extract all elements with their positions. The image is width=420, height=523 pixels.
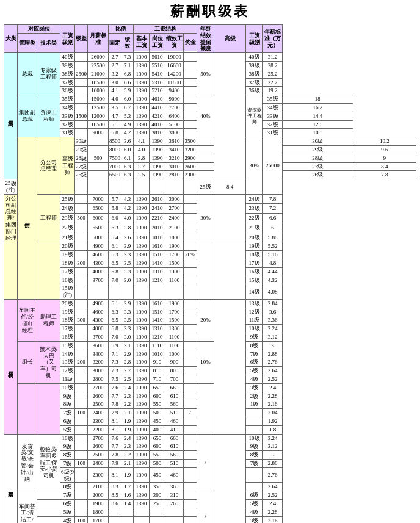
wagelv2-cell: 5级 <box>246 500 263 508</box>
perf-cell: 3.1 <box>121 341 134 350</box>
fixed-cell: 6.5 <box>109 259 121 267</box>
annual-cell: 2.76 <box>263 358 283 367</box>
bonus-cell <box>197 137 214 146</box>
post-cell: 3610 <box>165 137 184 146</box>
monthly-cell <box>88 179 109 195</box>
perf-cell: 3.7 <box>134 162 150 171</box>
post-cell: 2010 <box>150 223 165 233</box>
diff-cell <box>75 483 88 491</box>
base-cell: 1390 <box>134 259 150 267</box>
wage-level-cell: 12级 <box>60 367 75 375</box>
wagelv2-cell: 20级 <box>246 233 263 242</box>
fixed-cell: 4.7 <box>109 112 121 120</box>
wagelv2-cell: 29级 <box>283 145 353 154</box>
base-cell: 1390 <box>134 267 150 276</box>
wage-level-cell: 26级 <box>75 171 88 179</box>
wage-level-cell: 10级 <box>60 434 75 442</box>
wagelv2-cell: 10级 <box>246 325 263 333</box>
bonus-cell <box>184 383 197 392</box>
bonus-cell <box>184 214 197 223</box>
bonus-cell <box>184 242 197 251</box>
col-position: 对应岗位 <box>18 25 60 34</box>
monthly-cell: 2600 <box>88 442 109 451</box>
diff-cell <box>75 103 88 112</box>
wage-level-cell: 8级 <box>60 400 75 409</box>
perf-cell: 4.3 <box>121 194 134 204</box>
wage-level-cell: 7级 <box>60 460 75 468</box>
perf-cell: 2.7 <box>121 367 134 375</box>
perfwage-cell: 7700 <box>165 103 184 112</box>
bonus-cell <box>184 508 197 516</box>
fixed-cell: 3.5 <box>109 103 121 112</box>
post-cell: 1510 <box>150 251 165 259</box>
base-cell: 1390 <box>134 483 150 491</box>
annual-cell: 2.16 <box>263 516 283 523</box>
annual-cell: 31.2 <box>263 53 283 62</box>
high5-cell <box>214 299 246 434</box>
fixed-cell: 6.0 <box>109 214 121 223</box>
annual-cell: 2.52 <box>263 375 283 384</box>
post-cell: 1310 <box>150 325 165 333</box>
yearend-cell: / <box>197 434 214 491</box>
perf-cell: 2.2 <box>121 451 134 460</box>
base-cell: 1390 <box>134 383 150 392</box>
wage-level-cell: 16级 <box>60 276 75 284</box>
perfwage-cell: 260 <box>165 500 184 508</box>
wage-level-cell: 33级 <box>60 112 75 120</box>
wage-level-cell: 21级 <box>60 233 75 242</box>
wagelv2-cell: 27级 <box>283 162 353 171</box>
diff-cell: 100 <box>75 460 88 468</box>
bonus-cell <box>184 451 197 460</box>
annual-cell: 14.4 <box>283 112 353 120</box>
perfwage-cell <box>165 516 184 523</box>
diff-cell <box>75 233 88 242</box>
col-annual: 年薪标准（万元） <box>263 25 283 53</box>
wagelv2-cell: 34级 <box>263 103 283 112</box>
monthly-cell: 6000 <box>88 214 109 223</box>
perf-cell: 2.1 <box>121 409 134 417</box>
post-cell: 1110 <box>150 341 165 350</box>
section-high: 高层 <box>4 53 18 179</box>
wagelv2-cell: 22级 <box>246 214 263 223</box>
bonus-cell <box>184 483 197 491</box>
wage-level-cell: 22级 <box>60 223 75 233</box>
fixed-cell: 3.0 <box>109 78 121 87</box>
diff-cell <box>75 179 88 195</box>
wagelv2-cell: 31级 <box>263 129 283 137</box>
wagelv2-cell: 2级 <box>246 392 263 400</box>
wage-level-cell: 37级 <box>60 78 75 87</box>
diff-cell <box>75 308 88 316</box>
wagelv2-cell: 35级 <box>263 95 283 104</box>
perfwage-cell: 6400 <box>165 112 184 120</box>
monthly-cell: 12000 <box>88 112 109 120</box>
wagelv2-cell: 10级 <box>246 434 263 442</box>
perf-cell: 6.7 <box>121 103 134 112</box>
wagelv2-cell: 37级 <box>246 78 263 87</box>
perfwage-cell: 1700 <box>165 251 184 259</box>
wagelv2-cell: 18级 <box>246 251 263 259</box>
wagelv2-cell: 6级 <box>246 491 263 500</box>
fixed-cell <box>109 284 121 300</box>
wagelv2-cell: 26级 <box>283 171 353 179</box>
col-post-wage: 岗位工资 <box>150 33 165 51</box>
annual-cell: 2.28 <box>263 392 283 400</box>
monthly-cell: 2700 <box>88 383 109 392</box>
wage-level-cell: 28级 <box>75 154 88 162</box>
annual-cell: 6 <box>263 223 283 233</box>
monthly-cell: 2500 <box>88 451 109 460</box>
bonus-cell <box>184 53 197 62</box>
annual-cell: 19.2 <box>263 87 283 95</box>
monthly-cell: 5500 <box>88 223 109 233</box>
monthly-cell: 7000 <box>88 194 109 204</box>
salary-table: 大类 对应岗位 工资级别 级差 月薪标准 比例 工资结构 年终结效提留额度 高级… <box>4 24 416 523</box>
wagelv2-cell: 12级 <box>246 308 263 316</box>
fixed-cell: 6.3 <box>121 162 134 171</box>
perfwage-cell: 2700 <box>165 204 184 214</box>
base-cell: 1390 <box>134 70 150 78</box>
wagelv2-cell: 19级 <box>246 242 263 251</box>
perfwage-cell: 610 <box>165 442 184 451</box>
wagelv2-cell <box>246 417 263 426</box>
bonus-cell <box>184 284 197 300</box>
fixed-cell: 6.9 <box>109 341 121 350</box>
post-cell: 1610 <box>150 299 165 308</box>
